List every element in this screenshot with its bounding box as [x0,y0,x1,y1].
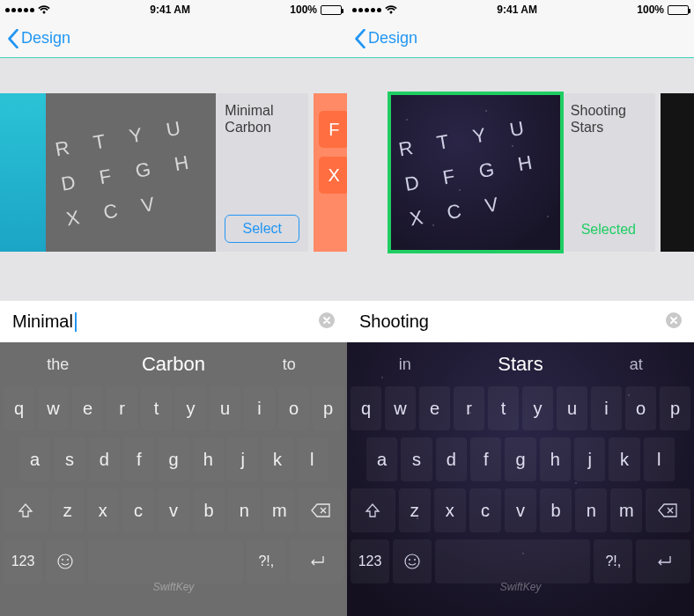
text-input-value: Minimal [12,312,73,332]
key-i[interactable]: i [244,386,275,430]
key-a[interactable]: a [366,437,397,481]
suggestion-left[interactable]: the [0,356,115,374]
key-g[interactable]: g [505,437,535,481]
keyboard-row-3: zxcvbnm [347,488,694,532]
key-e[interactable]: e [419,386,450,430]
svg-point-7 [414,559,416,561]
backspace-icon [658,502,679,518]
key-d[interactable]: d [89,437,120,481]
key-u[interactable]: u [210,386,240,430]
clear-button[interactable] [666,311,682,334]
svg-point-1 [58,554,72,568]
key-f[interactable]: f [123,437,154,481]
svg-point-3 [67,559,69,561]
status-bar: 9:41 AM 100% [347,0,694,19]
key-x[interactable]: x [434,488,466,532]
key-i[interactable]: i [591,386,622,430]
space-key[interactable] [435,539,590,583]
punctuation-key[interactable]: ?!, [247,539,285,583]
key-o[interactable]: o [625,386,656,430]
key-b[interactable]: b [540,488,572,532]
suggestion-right[interactable]: at [579,356,694,374]
phone-left: 9:41 AM 100% Design HB ERTYU SDFGH ZXCV [0,0,347,616]
key-u[interactable]: u [557,386,587,430]
key-s[interactable]: s [54,437,85,481]
key-g[interactable]: g [158,437,188,481]
key-k[interactable]: k [262,437,292,481]
selected-label: Selected [571,216,646,243]
key-n[interactable]: n [575,488,607,532]
key-d[interactable]: d [436,437,467,481]
key-l[interactable]: l [297,437,328,481]
key-v[interactable]: v [505,488,536,532]
suggestion-center[interactable]: Stars [462,353,578,376]
key-l[interactable]: l [644,437,675,481]
key-m[interactable]: m [263,488,295,532]
back-button[interactable]: Design [354,29,417,48]
theme-tile-carbon-preview[interactable]: ERTYU SDFGH ZXCV [46,93,216,252]
key-t[interactable]: t [141,386,172,430]
select-button[interactable]: Select [225,215,299,243]
suggestion-right[interactable]: to [232,356,347,374]
numeric-key[interactable]: 123 [4,539,42,583]
return-key[interactable] [289,539,343,583]
shift-key[interactable] [4,488,48,532]
theme-tile-orange[interactable]: FX [314,93,347,252]
key-n[interactable]: n [228,488,260,532]
key-b[interactable]: b [193,488,225,532]
text-input-area[interactable]: Shooting [347,300,694,342]
key-z[interactable]: z [52,488,84,532]
backspace-key[interactable] [299,488,343,532]
key-j[interactable]: j [574,437,605,481]
key-w[interactable]: w [38,386,69,430]
key-o[interactable]: o [278,386,309,430]
key-h[interactable]: h [540,437,571,481]
punctuation-key[interactable]: ?!, [594,539,632,583]
key-v[interactable]: v [158,488,189,532]
key-f[interactable]: f [470,437,501,481]
text-input-value: Shooting [359,312,429,332]
key-y[interactable]: y [175,386,206,430]
key-h[interactable]: h [193,437,224,481]
emoji-key[interactable] [393,539,432,583]
theme-tile-dark[interactable]: TX [661,93,694,252]
key-q[interactable]: q [351,386,381,430]
key-r[interactable]: r [454,386,484,430]
backspace-key[interactable] [646,488,690,532]
theme-carousel[interactable]: HB ERTYU SDFGH ZXCV Minimal Carbon Selec… [0,58,347,300]
key-k[interactable]: k [609,437,639,481]
key-c[interactable]: c [469,488,501,532]
key-t[interactable]: t [488,386,519,430]
text-cursor [75,312,77,332]
keyboard-row-3: zxcvbnm [0,488,347,532]
key-s[interactable]: s [401,437,432,481]
key-m[interactable]: m [610,488,642,532]
key-q[interactable]: q [4,386,34,430]
theme-tile-teal[interactable]: HB [0,93,46,252]
theme-carousel[interactable]: ERTYU SDFGH ZXCV Shooting Stars Selected… [347,58,694,300]
suggestion-left[interactable]: in [347,356,462,374]
key-j[interactable]: j [227,437,258,481]
key-p[interactable]: p [660,386,690,430]
numeric-key[interactable]: 123 [351,539,389,583]
emoji-key[interactable] [46,539,85,583]
key-a[interactable]: a [19,437,50,481]
key-p[interactable]: p [313,386,343,430]
key-z[interactable]: z [399,488,431,532]
theme-tile-stars-preview[interactable]: ERTYU SDFGH ZXCV [389,93,562,252]
key-r[interactable]: r [107,386,137,430]
back-button[interactable]: Design [7,29,70,48]
clear-button[interactable] [319,311,335,334]
keyboard-row-2: asdfghjkl [0,437,347,481]
return-key[interactable] [636,539,690,583]
shift-icon [364,502,381,519]
space-key[interactable] [88,539,243,583]
text-input-area[interactable]: Minimal [0,300,347,342]
key-y[interactable]: y [522,386,553,430]
shift-key[interactable] [351,488,395,532]
suggestion-center[interactable]: Carbon [115,353,231,376]
key-x[interactable]: x [87,488,119,532]
key-c[interactable]: c [122,488,154,532]
key-w[interactable]: w [385,386,416,430]
key-e[interactable]: e [72,386,103,430]
